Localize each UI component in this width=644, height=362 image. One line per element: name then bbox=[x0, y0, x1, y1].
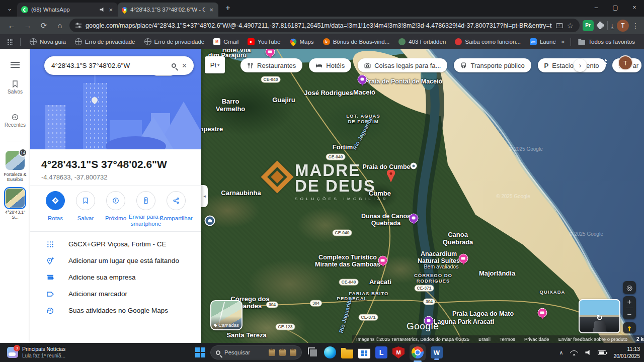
recent-search-coordinates[interactable] bbox=[6, 189, 25, 208]
zoom-out-button[interactable]: − bbox=[627, 310, 632, 318]
mcafee-icon[interactable]: M bbox=[392, 346, 405, 358]
map-label[interactable]: Complexo Turístico Mirante das Gamboas bbox=[315, 254, 380, 268]
chip-hotels[interactable]: Hotéis bbox=[309, 58, 351, 72]
file-explorer-icon[interactable] bbox=[341, 346, 353, 358]
map-label[interactable]: Praia de Pontal de Maceió bbox=[365, 78, 442, 85]
tab-audio-icon[interactable] bbox=[100, 8, 105, 12]
bookmark-item[interactable]: MGmail bbox=[209, 37, 243, 47]
add-business-row[interactable]: Adicione sua empresa bbox=[30, 269, 201, 286]
save-button[interactable]: Salvar bbox=[70, 191, 101, 228]
tab-search-button[interactable]: ⌄ bbox=[3, 3, 16, 14]
google-apps-grid-icon[interactable] bbox=[601, 59, 608, 66]
bookmark-all-favorites[interactable]: Todos os favoritos bbox=[574, 37, 639, 47]
dunas-canoa-quebrada-pin[interactable] bbox=[409, 214, 419, 223]
widgets-button[interactable]: 3 Principais Notícias Lula faz 1ª reuniã… bbox=[0, 346, 151, 359]
chip-public-transport[interactable]: Transporte público bbox=[454, 58, 531, 72]
plus-code-row[interactable]: G5CX+GPR Viçosa, Fortim - CE bbox=[30, 236, 201, 252]
word-icon[interactable]: W bbox=[431, 346, 443, 358]
map-label[interactable]: Dunas de Canoa Quebrada bbox=[361, 213, 411, 227]
my-location-button[interactable]: ◎ bbox=[623, 281, 636, 294]
volume-icon[interactable] bbox=[585, 350, 591, 355]
layers-widget[interactable]: Camadas bbox=[210, 300, 243, 330]
search-input[interactable]: 4°28'43.1"S 37°48'02.6"W bbox=[51, 62, 166, 69]
mirante-gamboas-pin[interactable] bbox=[378, 256, 388, 265]
bookmark-item[interactable]: 403 Forbidden bbox=[394, 37, 450, 47]
bookmark-item[interactable]: Erro de privacidade bbox=[71, 37, 139, 47]
bookmark-item[interactable]: zmLaunch Meeting - Z... bbox=[526, 37, 556, 47]
bookmark-star-icon[interactable]: ☆ bbox=[567, 22, 574, 30]
send-to-device-icon[interactable] bbox=[556, 23, 563, 28]
street-view-preview[interactable]: ↻ bbox=[579, 299, 620, 333]
pontal-de-maceio-pin[interactable] bbox=[358, 75, 367, 84]
sidebar-item-recent[interactable]: Recentes bbox=[0, 113, 30, 128]
menu-icon[interactable] bbox=[11, 62, 20, 68]
downloads-icon[interactable]: ↓ bbox=[611, 22, 614, 29]
bookmark-item[interactable]: bBônus de Boas-vind... bbox=[319, 37, 394, 47]
map-label[interactable]: Praia Lagoa do Mato bbox=[452, 310, 514, 317]
start-button[interactable] bbox=[195, 347, 205, 357]
your-activity-row[interactable]: Suas atividades no Google Maps bbox=[30, 302, 201, 319]
apps-grid-icon[interactable] bbox=[7, 39, 13, 45]
search-icon[interactable] bbox=[172, 63, 176, 68]
clear-search-icon[interactable]: × bbox=[182, 61, 187, 70]
tab-close-icon[interactable]: × bbox=[108, 6, 114, 14]
address-bar[interactable]: google.com/maps/place/4°28'43.1"S+37°48'… bbox=[69, 19, 580, 32]
site-info-icon[interactable] bbox=[75, 23, 82, 28]
bookmark-item[interactable]: Nova guia bbox=[26, 37, 70, 47]
battery-icon[interactable] bbox=[598, 350, 606, 355]
tab-close-icon[interactable]: × bbox=[208, 6, 214, 14]
browser-menu-icon[interactable]: ⋮ bbox=[632, 22, 639, 30]
task-view-button[interactable] bbox=[307, 346, 319, 358]
extension-pr-icon[interactable]: Pr bbox=[583, 20, 594, 31]
minimize-button[interactable]: – bbox=[587, 0, 606, 15]
chip-parking[interactable]: P Estacionamento bbox=[538, 58, 606, 72]
extensions-icon[interactable] bbox=[597, 22, 604, 29]
praia-lagoa-do-mato-pin[interactable] bbox=[538, 308, 547, 318]
taskbar-search[interactable]: Pesquisar bbox=[210, 345, 302, 359]
account-avatar[interactable]: T bbox=[618, 55, 633, 70]
praia-do-cumbe-dot[interactable] bbox=[411, 163, 417, 169]
new-tab-button[interactable]: + bbox=[221, 2, 234, 15]
refresh-button[interactable]: ⟳ bbox=[37, 21, 50, 30]
chrome-icon-active[interactable] bbox=[410, 344, 426, 360]
map-label[interactable]: Praia do Cumbe bbox=[362, 163, 410, 170]
wifi-icon[interactable] bbox=[570, 349, 578, 355]
zoom-in-button[interactable]: + bbox=[627, 297, 632, 306]
attribution-privacy[interactable]: Privacidade bbox=[524, 336, 549, 342]
microsoft-store-icon[interactable] bbox=[358, 346, 370, 358]
tray-expand-icon[interactable]: ∧ bbox=[559, 349, 563, 356]
bookmark-item[interactable]: ▶YouTube bbox=[244, 37, 284, 47]
back-button[interactable]: ← bbox=[5, 21, 18, 30]
attribution-brasil[interactable]: Brasil bbox=[478, 336, 491, 342]
maximize-button[interactable]: ▢ bbox=[606, 0, 625, 15]
forward-button[interactable]: → bbox=[21, 21, 34, 30]
home-button[interactable]: ⌂ bbox=[53, 21, 66, 30]
bookmark-item[interactable]: Maps bbox=[286, 37, 318, 47]
bookmarks-overflow-icon[interactable]: » bbox=[558, 38, 568, 45]
tab-whatsapp[interactable]: (68) WhatsApp × bbox=[17, 3, 118, 17]
anacardium-suites-pin[interactable] bbox=[459, 254, 468, 263]
map-canvas[interactable]: MADRE DE DEUS SOLUÇÕES IMOBILIÁR Hotel V… bbox=[201, 49, 644, 343]
maps-search-box[interactable]: 4°28'43.1"S 37°48'02.6"W × bbox=[44, 56, 194, 75]
attribution-feedback[interactable]: Enviar feedback sobre o produto bbox=[558, 336, 627, 342]
sidebar-item-saved[interactable]: Salvos bbox=[0, 80, 30, 95]
chips-scroll-right-icon[interactable]: › bbox=[574, 59, 587, 72]
share-button[interactable]: Compartilhar bbox=[161, 191, 191, 228]
profile-avatar[interactable]: T bbox=[617, 20, 629, 32]
language-button[interactable]: Pt▾ bbox=[205, 56, 225, 73]
close-button[interactable]: × bbox=[625, 0, 644, 15]
chip-restaurants[interactable]: Restaurantes bbox=[240, 58, 302, 72]
bookmark-item[interactable]: Erro de privacidade bbox=[140, 37, 209, 47]
pegman-button[interactable] bbox=[623, 322, 636, 333]
clock[interactable]: 11:13 20/01/2025 bbox=[613, 345, 640, 359]
recent-search-fortaleza[interactable]: 14 bbox=[6, 151, 25, 170]
l-app-icon[interactable]: L bbox=[375, 346, 387, 358]
attribution-terms[interactable]: Termos bbox=[500, 336, 515, 342]
send-to-phone-button[interactable]: Enviar para o smartphone bbox=[131, 191, 161, 228]
directions-button[interactable]: Rotas bbox=[40, 191, 70, 228]
url-text[interactable]: google.com/maps/place/4°28'43.1"S+37°48'… bbox=[86, 22, 552, 29]
bookmark-item[interactable]: Saiba como funcion... bbox=[451, 37, 525, 47]
map-label[interactable]: Anacardium Natural Suítes bbox=[418, 250, 460, 265]
add-label-row[interactable]: Adicionar marcador bbox=[30, 286, 201, 302]
lodging-poi-pin[interactable] bbox=[205, 215, 215, 226]
